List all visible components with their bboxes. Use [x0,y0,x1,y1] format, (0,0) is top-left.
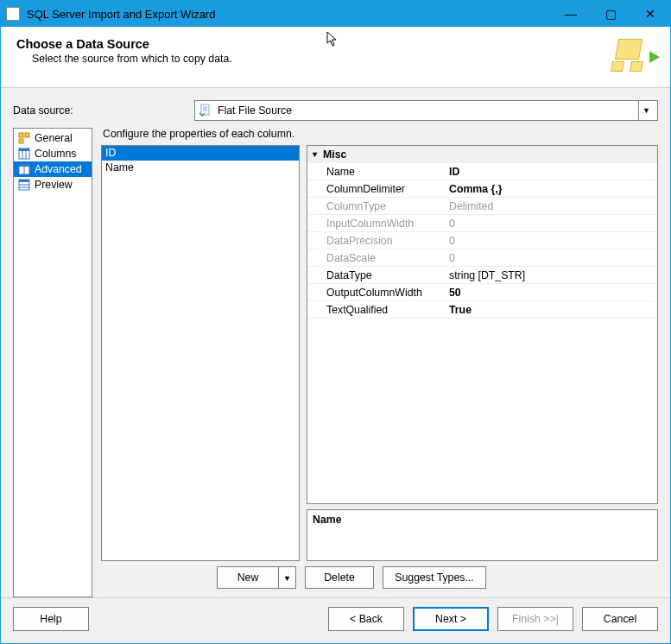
property-grid[interactable]: ▾ Misc NameID ColumnDelimiterComma {,} C… [307,145,658,504]
new-column-button[interactable]: New ▾ [217,566,296,589]
property-row-name[interactable]: NameID [307,163,657,180]
property-description-title: Name [313,514,342,526]
svg-rect-1 [19,133,23,137]
cancel-button[interactable]: Cancel [582,607,658,631]
wizard-header-text: Choose a Data Source Select the source f… [16,37,603,65]
property-row-columntype: ColumnTypeDelimited [307,198,657,215]
svg-rect-12 [19,180,29,182]
property-description: Name [307,509,658,561]
property-row-columndelimiter[interactable]: ColumnDelimiterComma {,} [307,180,657,198]
advanced-icon [17,163,31,175]
nav-label: Advanced [35,163,82,175]
wizard-window: SQL Server Import and Export Wizard ― ▢ … [0,0,671,644]
property-row-dataprecision: DataPrecision0 [307,232,657,249]
app-icon [6,7,20,21]
property-row-textqualified[interactable]: TextQualifiedTrue [307,301,657,319]
svg-rect-5 [19,148,29,151]
minimize-button[interactable]: ― [551,1,591,27]
main-pane: Configure the properties of each column.… [101,128,658,597]
property-category-misc[interactable]: ▾ Misc [307,146,657,163]
general-icon [17,132,31,144]
titlebar: SQL Server Import and Export Wizard ― ▢ … [1,1,670,27]
property-column: ▾ Misc NameID ColumnDelimiterComma {,} C… [307,145,658,561]
content-area: Data source: Flat File Source ▼ General … [1,88,670,597]
svg-rect-2 [25,133,29,137]
finish-button: Finish >>| [497,607,573,631]
nav-item-preview[interactable]: Preview [14,177,92,193]
chevron-down-icon[interactable]: ▾ [278,567,295,588]
collapse-icon[interactable]: ▾ [307,149,321,159]
property-row-inputcolumnwidth: InputColumnWidth0 [307,215,657,232]
wizard-footer: Help < Back Next > Finish >>| Cancel [1,597,670,643]
property-row-outputcolumnwidth[interactable]: OutputColumnWidth50 [307,284,657,301]
wizard-header-graphic [603,37,655,80]
svg-rect-3 [19,139,23,143]
wizard-header: Choose a Data Source Select the source f… [1,27,670,88]
body-row: General Columns Advanced Preview Configu… [13,128,658,597]
maximize-button[interactable]: ▢ [591,1,630,27]
page-title: Choose a Data Source [16,37,603,51]
nav-item-columns[interactable]: Columns [14,146,92,161]
column-actions: New ▾ Delete Suggest Types... [101,561,658,597]
nav-list[interactable]: General Columns Advanced Preview [13,128,92,597]
nav-label: Preview [35,179,73,191]
delete-column-button[interactable]: Delete [305,566,374,589]
next-button[interactable]: Next > [413,607,489,631]
nav-item-general[interactable]: General [14,130,92,146]
data-source-row: Data source: Flat File Source ▼ [13,97,658,123]
main-instruction: Configure the properties of each column. [101,128,658,145]
property-row-datascale: DataScale0 [307,249,657,267]
help-button[interactable]: Help [13,607,89,631]
column-item-name[interactable]: Name [102,161,299,175]
nav-item-advanced[interactable]: Advanced [14,161,92,177]
column-item-id[interactable]: ID [102,146,299,161]
page-subtitle: Select the source from which to copy dat… [32,53,603,65]
columns-icon [17,148,31,160]
flat-file-icon [199,104,212,117]
svg-rect-0 [201,104,209,115]
nav-label: General [35,132,73,144]
columns-list[interactable]: ID Name [101,145,300,561]
close-button[interactable]: ✕ [630,1,670,27]
preview-icon [17,179,31,191]
main-panes: ID Name ▾ Misc NameID [101,145,658,561]
chevron-down-icon[interactable]: ▼ [638,101,654,120]
data-source-dropdown[interactable]: Flat File Source ▼ [194,100,658,121]
property-row-datatype[interactable]: DataTypestring [DT_STR] [307,267,657,284]
data-source-label: Data source: [13,104,187,117]
nav-label: Columns [35,148,77,160]
window-title: SQL Server Import and Export Wizard [27,8,551,21]
data-source-value: Flat File Source [218,104,638,117]
suggest-types-button[interactable]: Suggest Types... [383,566,486,589]
back-button[interactable]: < Back [328,607,404,631]
